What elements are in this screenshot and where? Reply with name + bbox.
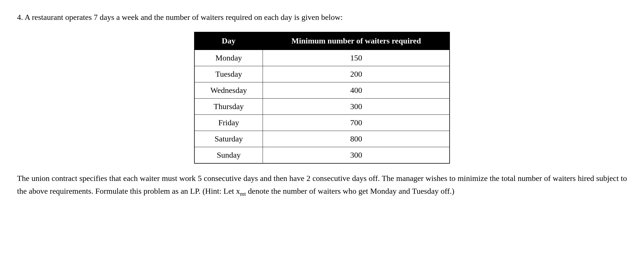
footer-part1: The union contract specifies that each w…	[17, 174, 627, 195]
waiters-cell: 400	[263, 82, 450, 99]
footer-text: The union contract specifies that each w…	[17, 172, 627, 198]
day-cell: Tuesday	[194, 66, 263, 82]
table-row: Wednesday400	[194, 82, 450, 99]
day-cell: Sunday	[194, 147, 263, 164]
intro-rest: 7 days a week and the number of waiters …	[92, 13, 343, 22]
waiters-cell: 700	[263, 115, 450, 131]
problem-intro: 4. A restaurant operates 7 days a week a…	[17, 11, 627, 23]
waiters-cell: 300	[263, 99, 450, 115]
waiters-table: Day Minimum number of waiters required M…	[194, 32, 450, 164]
table-row: Friday700	[194, 115, 450, 131]
table-row: Tuesday200	[194, 66, 450, 82]
table-row: Monday150	[194, 50, 450, 66]
problem-container: 4. A restaurant operates 7 days a week a…	[17, 11, 627, 198]
operates-text: operates	[65, 13, 92, 22]
table-header-row: Day Minimum number of waiters required	[194, 32, 450, 50]
day-cell: Monday	[194, 50, 263, 66]
waiters-cell: 300	[263, 147, 450, 164]
waiters-cell: 800	[263, 131, 450, 147]
table-container: Day Minimum number of waiters required M…	[17, 32, 627, 164]
day-cell: Saturday	[194, 131, 263, 147]
waiters-column-header: Minimum number of waiters required	[263, 32, 450, 50]
waiters-cell: 150	[263, 50, 450, 66]
problem-number: 4.	[17, 13, 23, 22]
day-column-header: Day	[194, 32, 263, 50]
table-row: Saturday800	[194, 131, 450, 147]
day-cell: Thursday	[194, 99, 263, 115]
subscript-mt: mt	[240, 191, 246, 197]
problem-intro-text: A restaurant	[24, 13, 65, 22]
day-cell: Wednesday	[194, 82, 263, 99]
day-cell: Friday	[194, 115, 263, 131]
table-row: Thursday300	[194, 99, 450, 115]
table-row: Sunday300	[194, 147, 450, 164]
waiters-cell: 200	[263, 66, 450, 82]
